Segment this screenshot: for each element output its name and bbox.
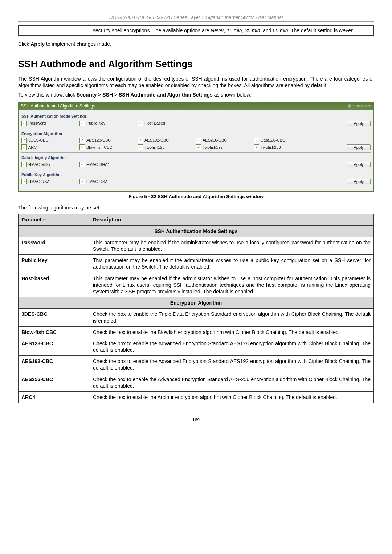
pub-group-title: Public Key Algorithm: [21, 172, 371, 177]
checkbox-twofish128[interactable]: ✓Twofish128: [138, 144, 196, 150]
checkbox-publickey[interactable]: ✓Public Key: [79, 121, 138, 126]
integ-label-0: HMAC-MD5: [28, 162, 50, 167]
checkbox-aes192[interactable]: ✓AES192-CBC: [138, 138, 196, 143]
enc-apply-button[interactable]: Apply: [347, 144, 371, 150]
nav-post: as shown below:: [213, 92, 252, 98]
param-name: Host-based: [19, 273, 90, 297]
integ-row: ✓HMAC-MD5 ✓HMAC-SHA1 Apply: [21, 161, 371, 168]
click-apply-pre: Click: [18, 41, 30, 47]
nav-pre: To view this window, click: [18, 92, 77, 98]
checkbox-hmac-md5[interactable]: ✓HMAC-MD5: [21, 162, 79, 167]
check-icon: ✓: [21, 162, 27, 167]
enc-label: AES256-CBC: [203, 138, 227, 143]
safeguard-indicator: Safeguard: [348, 103, 371, 109]
check-icon: ✓: [138, 121, 143, 126]
checkbox-twofish192[interactable]: ✓Twofish192: [196, 144, 254, 150]
section-row-enc: Encryption Algorithm: [19, 297, 374, 309]
checkbox-hmac-sha1[interactable]: ✓HMAC-SHA1: [79, 162, 138, 167]
firmware-window: SSH Authmode and Algorithm Settings Safe…: [18, 102, 374, 192]
integ-group-title: Data Integrity Algorithm: [21, 155, 371, 160]
top-note-table: security shell encryptions. The availabl…: [18, 25, 374, 36]
param-desc: Check the box to enable the Advanced Enc…: [90, 356, 374, 374]
page-number: 169: [18, 417, 374, 423]
table-row: Public Key This parameter may be enabled…: [19, 255, 374, 273]
enc-label: Cast128-CBC: [261, 138, 285, 143]
top-note-and: , and: [260, 28, 273, 33]
pub-row: ✓HMAC-RSA ✓HMAC-DSA Apply: [21, 178, 371, 185]
enc-row-1: ✓3DES-CBC ✓AES128-CBC ✓AES192-CBC ✓AES25…: [21, 137, 371, 144]
separator: [21, 187, 371, 187]
enc-label: Twofish128: [144, 145, 165, 150]
th-description: Description: [90, 214, 374, 225]
auth-label-2: Host Based: [144, 121, 165, 126]
firmware-titlebar: SSH Authmode and Algorithm Settings Safe…: [19, 102, 373, 110]
auth-row: ✓Password ✓Public Key ✓Host Based Apply: [21, 120, 371, 127]
integ-label-1: HMAC-SHA1: [86, 162, 110, 167]
top-note-end: .: [352, 28, 354, 33]
algos-intro: The following algorithms may be set:: [18, 204, 374, 211]
separator: [21, 129, 371, 129]
doc-header: DGS-3700-12/DGS-3700-12G Series Layer 2 …: [18, 15, 374, 22]
integ-apply-button[interactable]: Apply: [347, 162, 371, 167]
checkbox-hmac-rsa[interactable]: ✓HMAC-RSA: [21, 179, 79, 184]
param-desc: Check the box to enable the Advanced Enc…: [90, 338, 374, 355]
enc-group-title: Encryption Algorithm: [21, 131, 371, 136]
top-note-italic2: 60 min: [273, 28, 288, 33]
checkbox-password[interactable]: ✓Password: [21, 121, 79, 126]
table-row: AES192-CBC Check the box to enable the A…: [19, 356, 374, 374]
firmware-title: SSH Authmode and Algorithm Settings: [21, 103, 95, 109]
check-icon: ✓: [79, 144, 85, 150]
top-note-pre: security shell encryptions. The availabl…: [93, 28, 211, 33]
top-note-cell: security shell encryptions. The availabl…: [90, 25, 374, 35]
param-name: Password: [19, 237, 90, 254]
check-icon: ✓: [21, 138, 27, 143]
param-desc: Check the box to enable the Advanced Enc…: [90, 374, 374, 391]
click-apply-post: to implement changes made.: [45, 41, 111, 47]
checkbox-cast128[interactable]: ✓Cast128-CBC: [254, 138, 312, 143]
param-name: Blow-fish CBC: [19, 326, 90, 338]
check-icon: ✓: [254, 138, 259, 143]
separator: [21, 170, 371, 170]
check-icon: ✓: [21, 179, 27, 184]
check-icon: ✓: [79, 179, 85, 184]
firmware-body: SSH Authentication Mode Settings ✓Passwo…: [19, 110, 373, 191]
top-note-empty: [19, 25, 90, 35]
checkbox-hmac-dsa[interactable]: ✓HMAC-DSA: [79, 179, 138, 184]
check-icon: ✓: [79, 138, 85, 143]
click-apply-bold: Apply: [30, 41, 45, 47]
table-row: AES256-CBC Check the box to enable the A…: [19, 374, 374, 391]
nav-bold: Security > SSH > SSH Authmode and Algori…: [77, 92, 213, 98]
pub-label-1: HMAC-DSA: [86, 179, 108, 184]
figure-caption: Figure 5 - 32 SSH Authmode and Algorithm…: [18, 194, 374, 200]
checkbox-aes256[interactable]: ✓AES256-CBC: [196, 138, 254, 143]
table-row: ARC4 Check the box to enable the Arcfour…: [19, 392, 374, 403]
table-row: AES128-CBC Check the box to enable the A…: [19, 338, 374, 355]
checkbox-aes128[interactable]: ✓AES128-CBC: [79, 138, 138, 143]
enc-label: 3DES-CBC: [28, 138, 49, 143]
param-desc: This parameter may be enabled if the adm…: [90, 255, 374, 273]
auth-apply-button[interactable]: Apply: [347, 121, 371, 126]
table-row: Host-based This parameter may be enabled…: [19, 273, 374, 297]
checkbox-3des[interactable]: ✓3DES-CBC: [21, 138, 79, 143]
pub-apply-button[interactable]: Apply: [347, 179, 371, 184]
pub-label-0: HMAC-RSA: [28, 179, 50, 184]
checkbox-twofish256[interactable]: ✓Twofish256: [254, 144, 312, 150]
enc-label: Twofish192: [203, 145, 223, 150]
checkbox-hostbased[interactable]: ✓Host Based: [138, 121, 196, 126]
check-icon: ✓: [138, 144, 143, 150]
intro-paragraph: The SSH Algorithm window allows the conf…: [18, 76, 374, 89]
check-icon: ✓: [196, 144, 201, 150]
param-desc: Check the box to enable the Arcfour encr…: [90, 392, 374, 403]
checkbox-blowfish[interactable]: ✓Blow-fish-CBC: [79, 144, 138, 150]
enc-label: Blow-fish-CBC: [86, 145, 113, 150]
section-row-auth: SSH Authentication Mode Settings: [19, 225, 374, 237]
parameter-table: Parameter Description SSH Authentication…: [18, 214, 374, 403]
checkbox-arc4[interactable]: ✓ARC4: [21, 144, 79, 150]
enc-row-2: ✓ARC4 ✓Blow-fish-CBC ✓Twofish128 ✓Twofis…: [21, 144, 371, 151]
check-icon: ✓: [79, 121, 85, 126]
nav-line: To view this window, click Security > SS…: [18, 91, 374, 98]
section-title: SSH Authmode and Algorithm Settings: [18, 58, 374, 70]
param-desc: Check the box to enable the Blowfish enc…: [90, 326, 374, 338]
auth-label-0: Password: [28, 121, 46, 126]
check-icon: ✓: [21, 121, 27, 126]
